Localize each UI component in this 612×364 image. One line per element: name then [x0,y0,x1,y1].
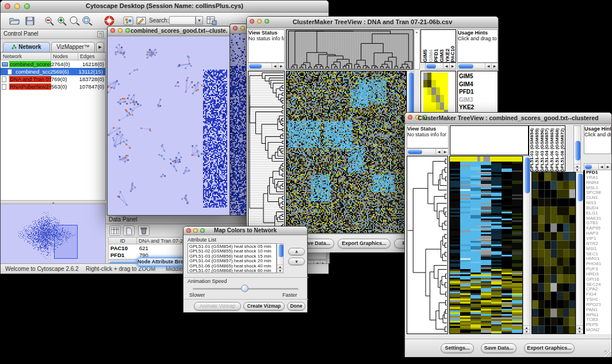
matrix-cell[interactable] [440,80,444,87]
tab-overflow-arrow[interactable]: ▶ [96,42,104,52]
attribute-list-item[interactable]: GPL51-07 (GSM868) heat shock 60 min [188,269,276,273]
gene-label[interactable]: ELG1 [586,211,611,216]
column-tree-area[interactable] [450,125,529,155]
gene-label[interactable]: YRA1 [586,175,611,181]
gene-label[interactable]: GTB1 [586,221,611,226]
network-canvas[interactable] [108,36,230,215]
scroll-up-arrow[interactable]: ▲ [576,325,583,329]
close-button[interactable] [233,26,238,30]
matrix-cell[interactable] [440,95,444,102]
matrix-cell[interactable] [427,72,431,80]
scroll-down-arrow[interactable]: ▼ [574,168,580,172]
birdseye-view[interactable] [1,204,106,263]
import-table-icon[interactable] [205,14,218,27]
column-header-nodes[interactable]: Nodes [51,52,78,60]
column-header-network[interactable]: Network [1,52,51,60]
gene-label[interactable]: HMG1 [586,256,611,262]
column-label[interactable]: YKE2 [445,31,450,62]
create-vizmap-button[interactable]: Create Vizmap [243,302,285,311]
network-list-item[interactable]: combined_scores2764(0)16218(0) [1,60,105,68]
matrix-cell[interactable] [444,87,448,95]
titlebar[interactable]: Map Colors to Network [183,227,307,235]
attribute-list-vscrollbar[interactable]: ▲ ▼ [277,243,284,273]
scroll-right-arrow[interactable]: ▶ [442,149,448,155]
scroll-left-arrow[interactable]: ◀ [443,63,449,69]
gene-label[interactable]: GIM5 [459,72,498,81]
heatmap[interactable] [449,156,523,334]
matrix-cell[interactable] [427,80,431,87]
matrix-cell[interactable] [431,72,435,80]
gene-label[interactable]: PUF3 [586,267,611,272]
similarity-matrix[interactable] [423,72,448,117]
matrix-cell[interactable] [436,102,440,110]
network-list-item[interactable]: combined_sco2569(6)13112(15) [1,68,105,75]
tab-vizmapper[interactable]: VizMapper™ [51,42,95,52]
usage-hints-hscrollbar[interactable]: ◀ ▶ [457,63,498,70]
gene-label[interactable]: YKE2 [459,104,498,112]
column-label[interactable]: GPL51-04 (GSM857) [544,127,549,172]
gene-label[interactable]: VIP1 [586,236,611,242]
annotation-icon[interactable] [135,14,148,27]
open-folder-icon[interactable] [8,14,21,27]
vizmapper-icon[interactable] [122,14,135,27]
gene-label[interactable]: PFD1 [459,88,498,96]
matrix-cell[interactable] [431,87,435,95]
gene-label[interactable]: TCB3 [586,317,611,323]
column-label[interactable]: GPL51-07 (GSM868) [554,127,560,172]
gene-label[interactable]: MSL1 [586,186,611,191]
gene-label[interactable]: RPN1 [586,313,611,318]
column-dendrogram[interactable] [286,29,414,70]
gene-label[interactable]: GIM3 [459,96,498,104]
gene-label[interactable]: PEP5 [586,323,611,328]
matrix-cell[interactable] [427,95,431,102]
save-data-button[interactable]: Save Data... [481,343,517,353]
gene-dendrogram[interactable] [407,156,448,334]
network-list-item[interactable]: RNAPuberNov2+563(0)107847(0) [1,83,105,90]
zoom-heatmap[interactable] [531,172,576,334]
export-graphics-button[interactable]: Export Graphics... [524,343,575,353]
settings-button[interactable]: Settings... [441,343,474,353]
scroll-down-arrow[interactable]: ▼ [576,329,583,334]
titlebar[interactable]: Cytoscape Desktop (Session Name: collins… [1,1,328,13]
matrix-cell[interactable] [444,95,448,102]
animate-vizmap-button[interactable]: Animate Vizmap [194,302,241,311]
gene-label[interactable]: RNR4 [586,181,611,186]
column-tree-strip[interactable]: ▸ [414,29,420,70]
column-label[interactable]: GPL51-02 (GSM855) [534,127,540,172]
matrix-cell[interactable] [436,87,440,95]
heatmap[interactable] [286,71,407,233]
minimize-button[interactable] [118,28,123,33]
matrix-cell[interactable] [431,80,435,87]
column-label[interactable]: PFD1 [433,31,439,62]
column-label[interactable]: PAC10 [450,31,456,62]
minimize-button[interactable] [240,26,245,30]
scroll-right-arrow[interactable]: ▶ [605,164,611,170]
matrix-cell[interactable] [423,87,427,95]
new-attribute-icon[interactable] [123,225,135,236]
gene-label[interactable]: FIG4 [586,292,611,297]
move-down-button[interactable]: ∨ [288,258,305,265]
matrix-cell[interactable] [444,102,448,110]
titlebar[interactable]: ClusterMaker TreeView : combined_scores_… [405,113,611,124]
matrix-cell[interactable] [423,102,427,110]
gene-label[interactable]: PHO81 [586,262,611,267]
column-label[interactable]: GIM4 [428,31,434,62]
search-dropdown-arrow[interactable]: ▼ [196,16,203,25]
gene-label[interactable]: NTR2 [586,242,611,247]
scroll-left-arrow[interactable]: ◀ [271,63,278,69]
gene-dendrogram[interactable] [248,71,285,233]
gene-label[interactable]: MAK31 [586,216,611,221]
zoom-fit-icon[interactable] [81,14,94,27]
scroll-right-arrow[interactable]: ▶ [278,63,284,69]
column-label[interactable]: GIM3 [439,31,445,62]
heatmap-vscrollbar[interactable]: ▲ ▼ [523,156,530,334]
column-label[interactable]: GPL51-08 (GSM872) [560,127,565,172]
column-label[interactable]: GIM5 [422,31,428,62]
matrix-cell[interactable] [440,72,444,80]
zoom-out-icon[interactable] [43,14,56,27]
gene-label[interactable]: PAN1 [586,308,611,313]
gene-label[interactable]: GPI16 [586,277,611,282]
matrix-cell[interactable] [427,102,431,110]
column-header-id[interactable]: ID [108,237,137,244]
column-labels-hscrollbar[interactable]: ◀ ▶ [425,63,456,70]
